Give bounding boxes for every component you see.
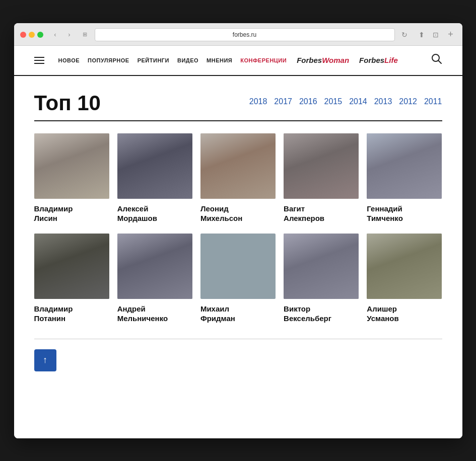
person-card-8[interactable]: Михаил Фридман: [200, 234, 276, 324]
person-photo-4: [284, 133, 359, 199]
person-name-9: Виктор Вексельберг: [284, 304, 359, 324]
forbes-woman-forbes: Forbes: [297, 56, 322, 64]
nav-links: НОВОЕ ПОПУЛЯРНОЕ РЕЙТИНГИ ВИДЕО МНЕНИЯ К…: [58, 57, 287, 63]
person-photo-5: [367, 133, 442, 199]
year-link-2014[interactable]: 2014: [349, 97, 367, 106]
photo-face-3: [200, 133, 276, 199]
top-section: Топ 10 2018 2017 2016 2015 2014 2013 201…: [34, 91, 442, 115]
person-photo-3: [200, 133, 276, 199]
person-name-3: Леонид Михельсон: [200, 204, 276, 223]
person-card-9[interactable]: Виктор Вексельберг: [284, 234, 359, 324]
person-name-5: Геннадий Тимченко: [367, 204, 442, 223]
nav-link-conferences[interactable]: КОНФЕРЕНЦИИ: [240, 57, 287, 63]
person-name-4: Вагит Алекперов: [284, 204, 359, 223]
photo-face-9: [284, 234, 359, 299]
person-card-1[interactable]: Владимир Лисин: [34, 133, 109, 223]
nav-buttons: ‹ ›: [49, 29, 76, 40]
person-photo-10: [367, 234, 442, 299]
nav-link-video[interactable]: ВИДЕО: [177, 57, 198, 63]
forbes-woman-colored: Woman: [322, 56, 349, 64]
person-card-5[interactable]: Геннадий Тимченко: [367, 133, 442, 223]
year-link-2018[interactable]: 2018: [249, 97, 267, 106]
svg-line-1: [438, 60, 441, 63]
back-button[interactable]: ‹: [49, 29, 61, 40]
forbes-life-logo[interactable]: ForbesLife: [359, 56, 398, 64]
person-card-3[interactable]: Леонид Михельсон: [200, 133, 276, 223]
photo-face-4: [284, 133, 359, 199]
year-link-2012[interactable]: 2012: [399, 97, 417, 106]
person-photo-1: [34, 133, 109, 199]
photo-face-5: [367, 133, 442, 199]
main-content: Топ 10 2018 2017 2016 2015 2014 2013 201…: [14, 76, 462, 387]
person-card-7[interactable]: Андрей Мельниченко: [117, 234, 192, 324]
photo-face-1: [34, 133, 109, 199]
person-name-7: Андрей Мельниченко: [117, 304, 192, 324]
add-tab-button[interactable]: +: [445, 29, 456, 40]
new-tab-button[interactable]: ⊡: [430, 29, 441, 40]
forbes-life-forbes: Forbes: [359, 56, 384, 64]
hamburger-line-2: [34, 60, 44, 61]
page-title: Топ 10: [34, 91, 101, 115]
person-name-1: Владимир Лисин: [34, 204, 109, 223]
person-photo-7: [117, 234, 192, 299]
year-link-2015[interactable]: 2015: [324, 97, 343, 106]
search-button[interactable]: [431, 53, 442, 67]
share-button[interactable]: ⬆: [416, 29, 427, 40]
maximize-button[interactable]: [37, 32, 43, 38]
person-card-10[interactable]: Алишер Усманов: [367, 234, 442, 324]
person-name-2: Алексей Мордашов: [117, 204, 192, 223]
bottom-divider: [34, 339, 442, 339]
photo-face-10: [367, 234, 442, 299]
year-link-2016[interactable]: 2016: [299, 97, 317, 106]
nav-link-opinions[interactable]: МНЕНИЯ: [207, 57, 232, 63]
url-text: forbes.ru: [233, 31, 256, 38]
nav-link-popular[interactable]: ПОПУЛЯРНОЕ: [88, 57, 129, 63]
page-content: НОВОЕ ПОПУЛЯРНОЕ РЕЙТИНГИ ВИДЕО МНЕНИЯ К…: [14, 46, 462, 438]
close-button[interactable]: [20, 32, 26, 38]
scroll-top-button[interactable]: ↑: [34, 349, 56, 371]
hamburger-line-3: [34, 63, 44, 64]
photo-face-7: [117, 234, 192, 299]
browser-window: ‹ › ⊞ forbes.ru ↻ ⬆ ⊡ + НОВОЕ ПОПУЛЯРНОЕ: [14, 23, 462, 438]
photo-face-6: [34, 234, 109, 299]
title-divider: [34, 120, 442, 121]
person-card-6[interactable]: Владимир Потанин: [34, 234, 109, 324]
address-bar[interactable]: forbes.ru: [95, 28, 395, 41]
photo-face-8: [200, 234, 276, 299]
hamburger-menu[interactable]: [34, 57, 44, 64]
persons-grid: Владимир Лисин Алексей Мордашов: [34, 133, 442, 324]
nav-link-new[interactable]: НОВОЕ: [58, 57, 80, 63]
year-link-2011[interactable]: 2011: [424, 97, 442, 106]
person-card-4[interactable]: Вагит Алекперов: [284, 133, 359, 223]
hamburger-line-1: [34, 57, 44, 58]
search-icon: [431, 53, 442, 64]
person-photo-8: [200, 234, 276, 299]
photo-face-2: [117, 133, 192, 199]
site-nav: НОВОЕ ПОПУЛЯРНОЕ РЕЙТИНГИ ВИДЕО МНЕНИЯ К…: [14, 46, 462, 76]
nav-link-ratings[interactable]: РЕЙТИНГИ: [138, 57, 169, 63]
tab-view-button[interactable]: ⊞: [80, 29, 91, 40]
year-link-2017[interactable]: 2017: [274, 97, 292, 106]
person-photo-2: [117, 133, 192, 199]
forbes-life-colored: Life: [384, 56, 398, 64]
forward-button[interactable]: ›: [63, 29, 76, 40]
person-photo-6: [34, 234, 109, 299]
browser-toolbar: ‹ › ⊞ forbes.ru ↻ ⬆ ⊡ +: [14, 23, 462, 46]
browser-actions: ⬆ ⊡: [416, 29, 441, 40]
year-link-2013[interactable]: 2013: [374, 97, 392, 106]
person-name-6: Владимир Потанин: [34, 304, 109, 324]
forbes-woman-logo[interactable]: ForbesWoman: [297, 56, 349, 64]
window-controls: [20, 32, 43, 38]
person-name-10: Алишер Усманов: [367, 304, 442, 324]
person-card-2[interactable]: Алексей Мордашов: [117, 133, 192, 223]
refresh-button[interactable]: ↻: [399, 29, 410, 40]
minimize-button[interactable]: [29, 32, 35, 38]
year-links: 2018 2017 2016 2015 2014 2013 2012 2011: [249, 91, 442, 106]
person-photo-9: [284, 234, 359, 299]
person-name-8: Михаил Фридман: [200, 304, 276, 324]
